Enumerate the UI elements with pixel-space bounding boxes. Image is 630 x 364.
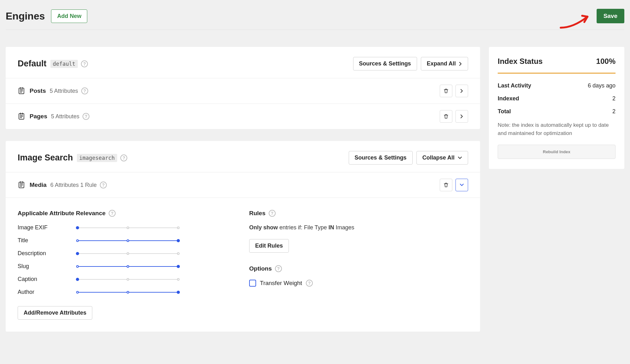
relevance-slider[interactable] — [77, 291, 178, 294]
slider-stop[interactable] — [76, 226, 79, 229]
relevance-slider[interactable] — [77, 239, 178, 242]
index-status-percent: 100% — [596, 57, 616, 66]
attribute-label: Title — [18, 237, 77, 244]
slider-stop[interactable] — [76, 265, 79, 268]
expand-row-button[interactable] — [455, 85, 468, 97]
relevance-title: Applicable Attribute Relevance ? — [18, 210, 237, 217]
attribute-label: Description — [18, 250, 77, 257]
source-meta: 5 Attributes — [51, 113, 79, 120]
relevance-slider[interactable] — [77, 252, 178, 255]
source-meta: 6 Attributes 1 Rule — [50, 182, 97, 188]
source-expanded-body: Applicable Attribute Relevance ? Image E… — [6, 198, 480, 332]
checkbox-icon[interactable] — [249, 280, 256, 287]
help-icon[interactable]: ? — [120, 154, 127, 161]
help-icon[interactable]: ? — [81, 60, 88, 67]
slider-stop[interactable] — [177, 252, 180, 255]
slider-stop[interactable] — [76, 252, 79, 255]
attribute-label: Image EXIF — [18, 224, 77, 231]
document-icon — [18, 181, 25, 189]
slider-stop[interactable] — [177, 239, 180, 242]
help-icon[interactable]: ? — [275, 265, 282, 272]
attribute-label: Slug — [18, 263, 77, 270]
sources-settings-button[interactable]: Sources & Settings — [349, 151, 413, 165]
rules-title-text: Rules — [249, 210, 266, 217]
engine-slug-badge: default — [50, 60, 78, 68]
slider-stop[interactable] — [76, 239, 79, 242]
slider-stop[interactable] — [127, 265, 129, 268]
delete-button[interactable] — [440, 179, 452, 191]
source-name: Pages — [30, 113, 47, 120]
rule-description: Only show entries if: File Type IN Image… — [249, 224, 468, 231]
page-title: Engines — [6, 10, 45, 22]
progress-bar — [498, 73, 616, 74]
chevron-right-icon — [460, 114, 464, 119]
delete-button[interactable] — [440, 110, 452, 123]
options-title-text: Options — [249, 265, 272, 272]
help-icon[interactable]: ? — [306, 280, 313, 287]
transfer-weight-label: Transfer Weight — [260, 280, 302, 287]
attribute-row: Author — [18, 289, 237, 295]
index-status-card: Index Status 100% Last Activity6 days ag… — [489, 47, 624, 169]
slider-stop[interactable] — [127, 227, 129, 229]
slider-stop[interactable] — [177, 265, 180, 268]
source-row-posts: Posts 5 Attributes ? — [6, 78, 480, 104]
delete-button[interactable] — [440, 85, 452, 97]
slider-stop[interactable] — [127, 291, 129, 294]
options-title: Options ? — [249, 265, 468, 272]
transfer-weight-option[interactable]: Transfer Weight ? — [249, 280, 468, 287]
slider-stop[interactable] — [127, 239, 129, 242]
stat-label: Last Activity — [498, 82, 531, 89]
slider-stop[interactable] — [76, 278, 79, 281]
rule-suffix: Images — [334, 224, 354, 231]
source-name: Posts — [30, 87, 46, 94]
collapse-all-button[interactable]: Collapse All — [416, 151, 468, 165]
slider-stop[interactable] — [177, 227, 180, 229]
relevance-slider[interactable] — [77, 278, 178, 281]
rule-mid: entries if: File Type — [278, 224, 329, 231]
chevron-down-icon — [458, 156, 462, 160]
source-meta: 5 Attributes — [50, 88, 78, 94]
stat-value: 6 days ago — [588, 82, 616, 89]
stat-label: Indexed — [498, 95, 519, 102]
trash-icon — [443, 88, 449, 94]
slider-stop[interactable] — [76, 291, 79, 294]
save-button[interactable]: Save — [597, 9, 624, 23]
source-name: Media — [30, 182, 47, 188]
expand-all-label: Expand All — [427, 60, 456, 67]
collapse-row-button[interactable] — [455, 179, 468, 191]
index-note: Note: the index is automatically kept up… — [498, 121, 616, 137]
chevron-down-icon — [460, 183, 464, 187]
help-icon[interactable]: ? — [83, 113, 89, 120]
source-row-pages: Pages 5 Attributes ? — [6, 104, 480, 129]
edit-rules-button[interactable]: Edit Rules — [249, 239, 289, 253]
trash-icon — [443, 114, 449, 119]
sources-settings-button[interactable]: Sources & Settings — [353, 57, 417, 70]
chevron-right-icon — [460, 89, 464, 93]
help-icon[interactable]: ? — [269, 210, 276, 217]
rule-op: IN — [329, 224, 334, 231]
relevance-slider[interactable] — [77, 265, 178, 268]
add-new-button[interactable]: Add New — [51, 9, 87, 23]
expand-all-button[interactable]: Expand All — [421, 57, 468, 70]
slider-stop[interactable] — [177, 278, 180, 281]
add-remove-attributes-button[interactable]: Add/Remove Attributes — [18, 306, 92, 320]
rules-title: Rules ? — [249, 210, 468, 217]
engine-slug-badge: imagesearch — [77, 154, 117, 162]
help-icon[interactable]: ? — [109, 210, 116, 217]
document-icon — [18, 87, 25, 95]
slider-stop[interactable] — [127, 278, 129, 281]
stat-row: Last Activity6 days ago — [498, 82, 616, 89]
index-status-title: Index Status — [498, 57, 543, 66]
stat-value: 2 — [612, 95, 616, 102]
help-icon[interactable]: ? — [100, 182, 107, 188]
slider-stop[interactable] — [127, 252, 129, 255]
stat-row: Total2 — [498, 108, 616, 115]
relevance-slider[interactable] — [77, 226, 178, 229]
page-header: Engines Add New Save — [6, 0, 624, 30]
rebuild-index-button[interactable]: Rebuild Index — [498, 145, 616, 159]
engine-card-imagesearch: Image Search imagesearch ? Sources & Set… — [6, 141, 480, 332]
engine-card-default: Default default ? Sources & Settings Exp… — [6, 47, 480, 129]
help-icon[interactable]: ? — [81, 87, 88, 94]
expand-row-button[interactable] — [455, 110, 468, 123]
slider-stop[interactable] — [177, 291, 180, 294]
